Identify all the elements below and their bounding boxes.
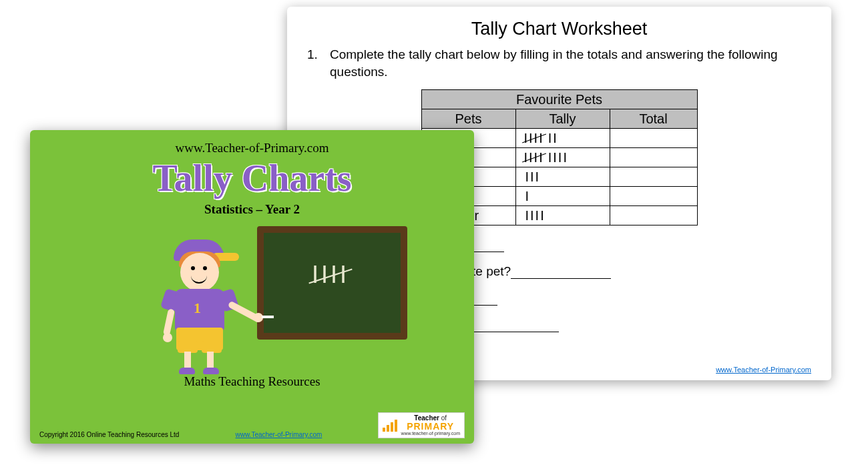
total-cell bbox=[610, 129, 697, 148]
col-header-pets: Pets bbox=[421, 109, 515, 129]
logo-bars-icon bbox=[383, 420, 397, 432]
tally-cell: IIIIIIII bbox=[515, 148, 610, 167]
table-caption: Favourite Pets bbox=[421, 90, 697, 109]
worksheet-title: Tally Chart Worksheet bbox=[307, 19, 811, 39]
total-cell bbox=[610, 206, 697, 225]
col-header-tally: Tally bbox=[515, 109, 610, 129]
tally-cell: IIIIII bbox=[515, 129, 610, 148]
shirt-number: 1 bbox=[194, 300, 201, 317]
tally-cell: III bbox=[515, 167, 610, 187]
cover-illustration: IIII 1 bbox=[30, 222, 474, 376]
cover-footer: Copyright 2016 Online Teaching Resources… bbox=[39, 412, 465, 438]
cover-footer-link[interactable]: www.Teacher-of-Primary.com bbox=[235, 431, 322, 438]
cover-bottom-text: Maths Teaching Resources bbox=[30, 374, 474, 389]
chalkboard-icon: IIII bbox=[257, 226, 407, 340]
col-header-total: Total bbox=[610, 109, 697, 129]
cover-title: Tally Charts bbox=[30, 157, 474, 199]
chalk-tally-icon: IIII bbox=[312, 261, 349, 289]
cover-url: www.Teacher-of-Primary.com bbox=[30, 141, 474, 155]
question-number: 1. bbox=[307, 46, 330, 80]
boy-illustration: 1 bbox=[147, 234, 260, 374]
worksheet-instruction: 1. Complete the tally chart below by fil… bbox=[307, 46, 811, 80]
chalk-icon bbox=[262, 316, 274, 318]
total-cell bbox=[610, 187, 697, 206]
instruction-text: Complete the tally chart below by fillin… bbox=[330, 46, 811, 80]
cover-card: www.Teacher-of-Primary.com Tally Charts … bbox=[30, 130, 474, 444]
total-cell bbox=[610, 148, 697, 167]
tally-cell: IIII bbox=[515, 206, 610, 225]
total-cell bbox=[610, 167, 697, 187]
cover-copyright: Copyright 2016 Online Teaching Resources… bbox=[39, 431, 179, 438]
cover-subtitle: Statistics – Year 2 bbox=[30, 202, 474, 217]
worksheet-footer-link[interactable]: www.Teacher-of-Primary.com bbox=[716, 366, 811, 374]
publisher-logo: Teacher of PRIMARY www.teacher-of-primar… bbox=[378, 412, 465, 438]
tally-cell: I bbox=[515, 187, 610, 206]
